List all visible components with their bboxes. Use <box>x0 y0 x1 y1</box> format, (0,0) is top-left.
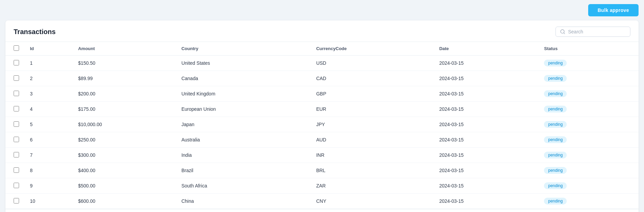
row-country: India <box>176 148 311 163</box>
search-container[interactable] <box>556 27 630 37</box>
row-date: 2024-03-15 <box>434 163 538 178</box>
status-badge: pending <box>544 182 567 189</box>
row-status: pending <box>538 178 639 194</box>
row-date: 2024-03-15 <box>434 117 538 132</box>
status-badge: pending <box>544 152 567 158</box>
row-amount: $200.00 <box>73 86 176 102</box>
row-country: United Kingdom <box>176 86 311 102</box>
row-checkbox-cell <box>5 178 25 194</box>
row-date: 2024-03-15 <box>434 178 538 194</box>
row-status: pending <box>538 56 639 71</box>
header-status: Status <box>538 42 639 56</box>
table-row: 5 $10,000.00 Japan JPY 2024-03-15 pendin… <box>5 117 639 132</box>
row-status: pending <box>538 132 639 148</box>
status-badge: pending <box>544 60 567 66</box>
status-badge: pending <box>544 75 567 82</box>
row-status: pending <box>538 71 639 86</box>
header-checkbox-col <box>5 42 25 56</box>
row-checkbox-cell <box>5 148 25 163</box>
row-status: pending <box>538 117 639 132</box>
row-amount: $150.50 <box>73 56 176 71</box>
row-checkbox-cell <box>5 71 25 86</box>
table-footer: 0 Selected • 10 Records + <box>5 209 639 212</box>
row-status: pending <box>538 148 639 163</box>
row-date: 2024-03-15 <box>434 132 538 148</box>
table-row: 6 $250.00 Australia AUD 2024-03-15 pendi… <box>5 132 639 148</box>
header-date: Date <box>434 42 538 56</box>
row-date: 2024-03-15 <box>434 71 538 86</box>
row-currency-code: CAD <box>311 71 434 86</box>
row-country: United States <box>176 56 311 71</box>
row-checkbox-cell <box>5 163 25 178</box>
row-amount: $400.00 <box>73 163 176 178</box>
row-country: Brazil <box>176 163 311 178</box>
row-date: 2024-03-15 <box>434 86 538 102</box>
row-checkbox[interactable] <box>14 75 19 81</box>
table-row: 1 $150.50 United States USD 2024-03-15 p… <box>5 56 639 71</box>
row-date: 2024-03-15 <box>434 56 538 71</box>
row-id: 4 <box>25 102 73 117</box>
table-row: 9 $500.00 South Africa ZAR 2024-03-15 pe… <box>5 178 639 194</box>
row-country: China <box>176 194 311 209</box>
row-currency-code: GBP <box>311 86 434 102</box>
table-row: 10 $600.00 China CNY 2024-03-15 pending <box>5 194 639 209</box>
row-checkbox[interactable] <box>14 91 19 96</box>
table-row: 7 $300.00 India INR 2024-03-15 pending <box>5 148 639 163</box>
row-checkbox-cell <box>5 117 25 132</box>
select-all-checkbox[interactable] <box>14 45 19 51</box>
row-amount: $300.00 <box>73 148 176 163</box>
row-date: 2024-03-15 <box>434 194 538 209</box>
row-currency-code: ZAR <box>311 178 434 194</box>
row-checkbox-cell <box>5 56 25 71</box>
header-amount: Amount <box>73 42 176 56</box>
row-date: 2024-03-15 <box>434 148 538 163</box>
table-row: 2 $89.99 Canada CAD 2024-03-15 pending <box>5 71 639 86</box>
status-badge: pending <box>544 136 567 143</box>
row-amount: $250.00 <box>73 132 176 148</box>
row-id: 9 <box>25 178 73 194</box>
table-row: 4 $175.00 European Union EUR 2024-03-15 … <box>5 102 639 117</box>
row-checkbox[interactable] <box>14 198 19 203</box>
row-currency-code: INR <box>311 148 434 163</box>
status-badge: pending <box>544 198 567 205</box>
row-id: 1 <box>25 56 73 71</box>
row-checkbox[interactable] <box>14 137 19 142</box>
row-checkbox-cell <box>5 86 25 102</box>
row-id: 10 <box>25 194 73 209</box>
row-id: 7 <box>25 148 73 163</box>
row-currency-code: AUD <box>311 132 434 148</box>
row-amount: $175.00 <box>73 102 176 117</box>
row-amount: $89.99 <box>73 71 176 86</box>
table-row: 8 $400.00 Brazil BRL 2024-03-15 pending <box>5 163 639 178</box>
status-badge: pending <box>544 106 567 112</box>
header-id: Id <box>25 42 73 56</box>
bulk-approve-button[interactable]: Bulk approve <box>588 4 639 16</box>
table-row: 3 $200.00 United Kingdom GBP 2024-03-15 … <box>5 86 639 102</box>
row-id: 3 <box>25 86 73 102</box>
row-currency-code: CNY <box>311 194 434 209</box>
table-header-row: Id Amount Country CurrencyCode Date Stat… <box>5 42 639 56</box>
row-id: 2 <box>25 71 73 86</box>
row-currency-code: BRL <box>311 163 434 178</box>
search-input[interactable] <box>568 29 626 34</box>
row-checkbox[interactable] <box>14 183 19 188</box>
row-checkbox[interactable] <box>14 106 19 111</box>
row-checkbox[interactable] <box>14 60 19 65</box>
status-badge: pending <box>544 121 567 128</box>
table-header: Transactions <box>5 20 639 42</box>
status-badge: pending <box>544 90 567 97</box>
row-checkbox[interactable] <box>14 152 19 157</box>
row-checkbox-cell <box>5 102 25 117</box>
search-icon <box>560 29 565 34</box>
row-id: 6 <box>25 132 73 148</box>
row-country: Australia <box>176 132 311 148</box>
row-checkbox[interactable] <box>14 167 19 173</box>
status-badge: pending <box>544 167 567 174</box>
row-country: Japan <box>176 117 311 132</box>
transactions-panel: Transactions Id Amount Country CurrencyC… <box>5 20 639 212</box>
row-status: pending <box>538 194 639 209</box>
row-checkbox[interactable] <box>14 121 19 127</box>
row-currency-code: JPY <box>311 117 434 132</box>
row-status: pending <box>538 163 639 178</box>
row-id: 8 <box>25 163 73 178</box>
